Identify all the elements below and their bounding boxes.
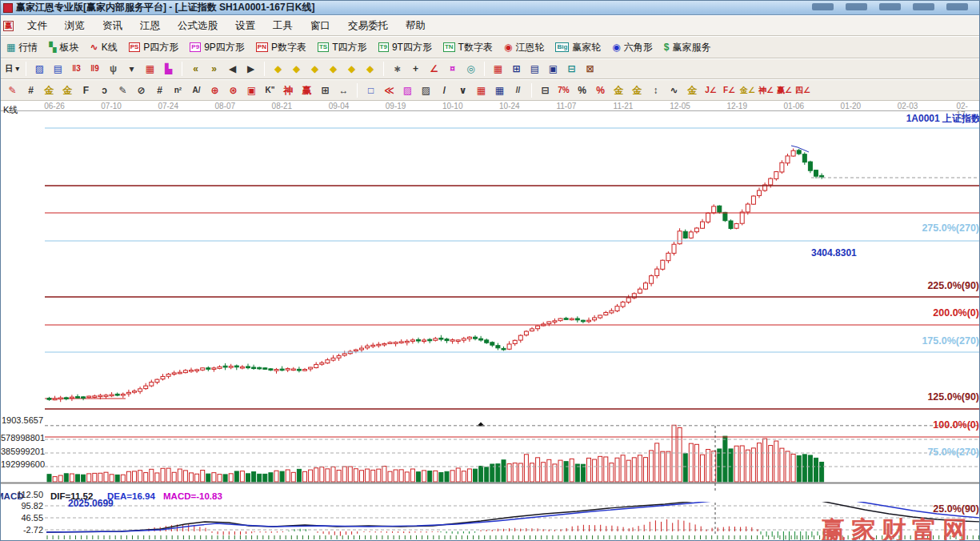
menu-item[interactable]: 帮助	[397, 17, 434, 35]
last-bar-icon[interactable]: »	[206, 62, 222, 77]
menu-item[interactable]: 公式选股	[169, 17, 226, 35]
ying-angle-icon[interactable]: 赢∠	[776, 82, 793, 98]
toolbar-main-button[interactable]: ▦ 行情	[1, 39, 43, 56]
calendar-icon[interactable]: ▦	[490, 62, 506, 77]
menu-item[interactable]: 窗口	[302, 17, 339, 35]
k-mark-icon[interactable]: K"	[262, 82, 278, 98]
spiral-icon[interactable]: ɔ	[96, 82, 113, 98]
menu-item[interactable]: 资讯	[94, 17, 131, 35]
width-arrows-icon[interactable]: ↔	[335, 82, 352, 98]
percent-7-icon[interactable]: 7%	[555, 82, 572, 98]
ying-ruler-icon[interactable]: 赢	[298, 82, 315, 98]
brain-tool-icon[interactable]: ◎	[462, 62, 479, 77]
gann-diamond-h-icon[interactable]: ◆	[306, 62, 323, 77]
box-grid-icon[interactable]: ▣	[243, 82, 260, 98]
menu-item[interactable]: 浏览	[56, 17, 94, 35]
four-angle-icon[interactable]: 四∠	[794, 82, 811, 98]
period-day-select[interactable]: 日 ▾	[4, 62, 21, 77]
ruler-123-icon[interactable]: ⊞	[317, 82, 334, 98]
pin-dropdown[interactable]: ▾	[123, 62, 140, 77]
pencil-icon[interactable]: ✎	[4, 82, 21, 98]
gold-grid-icon[interactable]: 金	[41, 82, 58, 98]
news-panel-icon[interactable]: ▤	[50, 62, 66, 77]
toolbar-main-button[interactable]: ∿ K线	[85, 39, 123, 56]
gann-diamond-full-icon[interactable]: ◆	[362, 62, 378, 77]
hand-tool-icon[interactable]: ∗	[389, 62, 406, 77]
f-ruler-icon[interactable]: F	[78, 82, 94, 98]
menu-item[interactable]: 江恩	[131, 17, 169, 35]
titlebar-button-5[interactable]	[946, 3, 968, 10]
toolbar-main-button[interactable]: PS P四方形	[123, 39, 185, 56]
menu-item[interactable]: 交易委托	[339, 17, 397, 35]
toolbar-main-button[interactable]: T9 9T四方形	[373, 39, 438, 56]
crosshair-icon[interactable]: +	[407, 62, 424, 77]
profile-chart-icon[interactable]: ▙	[160, 62, 177, 77]
pin-tool-icon[interactable]: ψ	[105, 62, 122, 77]
parallel-lines-icon[interactable]: //	[510, 82, 526, 98]
percent-line-icon[interactable]: %	[592, 82, 609, 98]
f-angle-icon[interactable]: F∠	[721, 82, 738, 98]
gold-line-icon[interactable]: 金	[629, 82, 646, 98]
grid-ruler-icon[interactable]: #	[22, 82, 39, 98]
grid-red-icon[interactable]: ▦	[473, 82, 490, 98]
pencil2-icon[interactable]: ✎	[114, 82, 131, 98]
stats-icon[interactable]: ⊟	[537, 82, 554, 98]
n-squared-icon[interactable]: n²	[170, 82, 186, 98]
calculator-icon[interactable]: ⊞	[508, 62, 525, 77]
gold-circle-icon[interactable]: 金	[610, 82, 627, 98]
measure-icon[interactable]: ↕	[647, 82, 664, 98]
toolbar-main-button[interactable]: Big 赢家轮	[550, 39, 606, 56]
gann-diamond-left-icon[interactable]: ◆	[270, 62, 286, 77]
wave-icon[interactable]: ∿	[666, 82, 682, 98]
prev-bar-icon[interactable]: ◀	[224, 62, 241, 77]
chip-distribution-icon[interactable]: ▨	[31, 62, 48, 77]
chart-canvas[interactable]	[1, 110, 980, 541]
gann-box-icon[interactable]: ▦	[142, 62, 158, 77]
netdisk-icon[interactable]: ⊟	[563, 62, 580, 77]
circle-grid-icon[interactable]: ⊘	[133, 82, 150, 98]
fan-red-icon[interactable]: ≪	[381, 82, 398, 98]
toolbar-main-button[interactable]: $ 赢家服务	[658, 39, 717, 56]
toolbar-main-button[interactable]: P9 9P四方形	[184, 39, 250, 56]
j-angle-icon[interactable]: J∠	[702, 82, 719, 98]
v-line-icon[interactable]: ∨	[454, 82, 471, 98]
toolbar-main-button[interactable]: PN P数字表	[250, 39, 312, 56]
star-target-icon[interactable]: ⊛	[225, 82, 242, 98]
titlebar-button-4[interactable]	[913, 3, 934, 10]
menu-item[interactable]: 文件	[18, 17, 56, 35]
target-icon[interactable]: ⊕	[206, 82, 223, 98]
toolbar-main-button[interactable]: ◉ 江恩轮	[498, 39, 550, 56]
menu-item[interactable]: 工具	[264, 17, 302, 35]
save-icon[interactable]: ▣	[545, 62, 562, 77]
grid2-icon[interactable]: #	[151, 82, 168, 98]
a-line-icon[interactable]: A/	[188, 82, 205, 98]
toolbar-main-button[interactable]: ▚ 板块	[43, 39, 84, 56]
shen-ruler-icon[interactable]: 神	[280, 82, 297, 98]
small-chart-3-icon[interactable]: ‖3	[68, 62, 85, 77]
titlebar-button-3[interactable]	[879, 3, 901, 10]
menu-item[interactable]: 设置	[226, 17, 264, 35]
flower-tool-icon[interactable]: ¤	[444, 62, 461, 77]
fan-magenta-icon[interactable]: ▨	[399, 82, 416, 98]
gold-grid2-icon[interactable]: 金	[59, 82, 76, 98]
angle-tool-icon[interactable]: ∠	[426, 62, 442, 77]
titlebar-button-2[interactable]	[846, 3, 867, 10]
gold-angle-icon[interactable]: 金∠	[739, 82, 756, 98]
small-chart-9-icon[interactable]: ‖9	[86, 62, 103, 77]
toolbar-main-button[interactable]: TS T四方形	[312, 39, 373, 56]
workstation-icon[interactable]: ⊠	[582, 62, 598, 77]
gann-diamond-cross-icon[interactable]: ◆	[325, 62, 342, 77]
toolbar-main-button[interactable]: TN T数字表	[438, 39, 498, 56]
first-bar-icon[interactable]: «	[187, 62, 204, 77]
notebook-icon[interactable]: ▤	[526, 62, 543, 77]
fan-dark-icon[interactable]: ▨	[418, 82, 434, 98]
gold-underline-icon[interactable]: 金	[684, 82, 701, 98]
toolbar-main-button[interactable]: ◉ 六角形	[606, 39, 658, 56]
titlebar-button-1[interactable]	[812, 3, 834, 10]
percent-icon[interactable]: %	[574, 82, 590, 98]
gann-diamond-right-icon[interactable]: ◆	[288, 62, 305, 77]
next-bar-icon[interactable]: ▶	[242, 62, 259, 77]
trend-line-icon[interactable]: /	[436, 82, 453, 98]
gann-diamond-v-icon[interactable]: ◆	[343, 62, 360, 77]
grid-navy-icon[interactable]: ▦	[491, 82, 508, 98]
